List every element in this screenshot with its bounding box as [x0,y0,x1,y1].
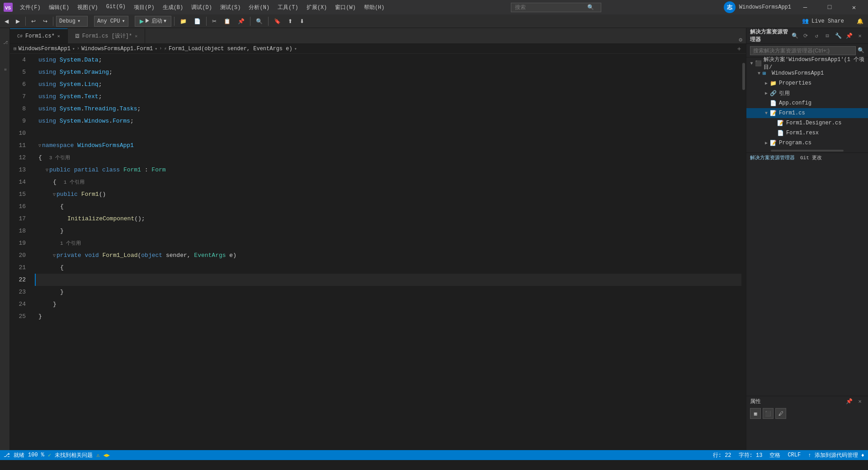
maximize-button[interactable]: □ [819,0,840,14]
spaces-indicator[interactable]: 空格 [769,451,780,459]
sync-button[interactable]: ⟳ [801,31,810,40]
nav-forward-button[interactable]: ▶ [13,16,23,27]
open-file-button[interactable]: 📁 [177,16,189,27]
tree-form1resx[interactable]: ▶ 📄 Form1.resx [746,128,868,138]
class-view-button[interactable]: ≡ [2,56,8,83]
line-num-17: 17 [10,213,30,225]
properties-panel: 属性 📌 ✕ ▦ ⬛ 🖊 [746,396,868,450]
start-debug-button[interactable]: ▶ ▶ 启动 ▾ [135,16,172,27]
tree-programcs[interactable]: ▶ 📝 Program.cs [746,138,868,148]
add-to-source-button[interactable]: ↑ 添加到源代码管理 ♦ [808,451,864,459]
minimize-button[interactable]: — [795,0,816,14]
code-line-22[interactable] [35,274,741,286]
code-line-9: using System.Windows.Forms; [35,115,741,127]
code-line-14: { 1 个引用 [35,176,741,188]
pin-properties-button[interactable]: 📌 [844,397,854,406]
props-events-button[interactable]: 🖊 [775,408,786,419]
warning-nav[interactable]: ◀▶ [103,452,109,459]
menu-help[interactable]: 帮助(H) [360,3,388,12]
warning-icon: ⚠ [96,452,99,459]
close-properties-button[interactable]: ✕ [855,397,864,406]
cpu-config-dropdown[interactable]: Any CPU ▾ [94,16,128,27]
scrollbar-thumb[interactable] [771,150,844,152]
menu-git[interactable]: Git(G) [103,3,129,12]
undo-button[interactable]: ↩ [28,16,38,27]
debug-config-dropdown[interactable]: Debug ▾ [56,16,88,27]
menu-edit[interactable]: 编辑(E) [45,3,73,12]
appconfig-label: App.config [779,100,811,106]
live-share-button[interactable]: 👥 Live Share [797,17,849,25]
class-selector[interactable]: WindowsFormsApp1.Form1 ▾ [81,46,157,52]
tree-references[interactable]: ▶ 🔗 引用 [746,88,868,98]
references-icon: 🔗 [770,90,777,97]
menu-extensions[interactable]: 扩展(X) [303,3,331,12]
paste-button[interactable]: 📌 [235,16,247,27]
solution-horizontal-scrollbar[interactable] [746,149,868,152]
title-search: 🔍 [511,3,601,12]
code-line-7: using System.Text; [35,90,741,103]
solution-search-input[interactable] [750,46,856,55]
menu-debug[interactable]: 调试(D) [188,3,216,12]
close-button[interactable]: ✕ [844,0,864,14]
pin-button[interactable]: 📌 [844,31,854,40]
collapse-method-button[interactable]: ▽ [53,253,56,258]
git-changes-link[interactable]: Git 更改 [800,154,822,161]
project-selector[interactable]: ⊞ WindowsFormsApp1 ▾ [14,46,75,52]
menu-build[interactable]: 生成(B) [159,3,187,12]
source-control-button[interactable]: ⎇ [2,29,8,56]
add-file-button[interactable]: ＋ [736,45,742,53]
collapse-class-button[interactable]: ▽ [46,167,48,173]
user-avatar[interactable]: 志 [724,1,736,13]
code-content[interactable]: using System.Data; using System.Drawing;… [35,54,741,450]
solution-explorer-link[interactable]: 解决方案资源管理器 [750,154,795,161]
tree-solution[interactable]: ▼ ⬛ 解决方案'WindowsFormsApp1'(1 个项目/ [746,58,868,68]
close-panel-button[interactable]: ✕ [855,31,864,40]
method-selector[interactable]: ⚡ Form1_Load(object sender, EventArgs e)… [164,46,297,52]
vertical-scrollbar[interactable] [741,54,746,450]
tab-close-button[interactable]: ✕ [135,33,137,39]
bookmark-button[interactable]: 🔖 [271,16,283,27]
tab-form1-cs[interactable]: C# Form1.cs* ✕ [10,28,68,43]
collapse-all-button[interactable]: ⊟ [823,31,832,40]
menu-file[interactable]: 文件(F) [16,3,44,12]
menu-tools[interactable]: 工具(T) [274,3,302,12]
new-file-button[interactable]: 📄 [191,16,203,27]
tab-settings-button[interactable]: ⚙ [735,36,746,43]
bookmark-prev-button[interactable]: ⬆ [285,16,295,27]
tree-form1cs[interactable]: ▼ 📝 Form1.cs [746,108,868,118]
line-num-4: 4 [10,54,30,66]
nav-back-button[interactable]: ◀ [2,16,11,27]
search-solution-button[interactable]: 🔍 [790,31,799,40]
cut-button[interactable]: ✂ [209,16,219,27]
gear-icon: ⚙ [739,36,742,43]
code-line-8: using System.Threading.Tasks; [35,103,741,115]
menu-view[interactable]: 视图(V) [74,3,102,12]
line-num-21: 21 [10,261,30,274]
expand-icon: ▼ [755,71,763,76]
title-search-input[interactable] [515,4,587,10]
line-ending-indicator[interactable]: CRLF [788,452,801,458]
refresh-button[interactable]: ↺ [812,31,821,40]
properties-button[interactable]: 🔧 [834,31,843,40]
menu-analyze[interactable]: 分析(N) [245,3,273,12]
menu-test[interactable]: 测试(S) [217,3,245,12]
collapse-namespace-button[interactable]: ▽ [38,143,41,148]
menu-project[interactable]: 项目(P) [130,3,158,12]
notification-button[interactable]: 🔔 [854,16,866,27]
tree-form1designer[interactable]: ▶ 📝 Form1.Designer.cs [746,118,868,128]
collapse-constructor-button[interactable]: ▽ [53,192,56,197]
tab-close-button[interactable]: ✕ [57,33,60,39]
redo-button[interactable]: ↪ [40,16,50,27]
bookmark-next-button[interactable]: ⬇ [297,16,307,27]
copy-button[interactable]: 📋 [221,16,233,27]
tree-appconfig[interactable]: ▶ 📄 App.config [746,98,868,108]
tab-form1-design[interactable]: 🖼 Form1.cs [设计]* ✕ [68,28,145,43]
line-num-10: 10 [10,127,30,139]
props-alphabetical-button[interactable]: ⬛ [763,408,774,419]
props-categorized-button[interactable]: ▦ [750,408,761,419]
tree-properties[interactable]: ▶ 📁 Properties [746,78,868,88]
scrollbar-thumb[interactable] [742,63,745,90]
line-num-11: 11 [10,139,30,152]
menu-window[interactable]: 窗口(W) [331,3,359,12]
find-button[interactable]: 🔍 [253,16,265,27]
